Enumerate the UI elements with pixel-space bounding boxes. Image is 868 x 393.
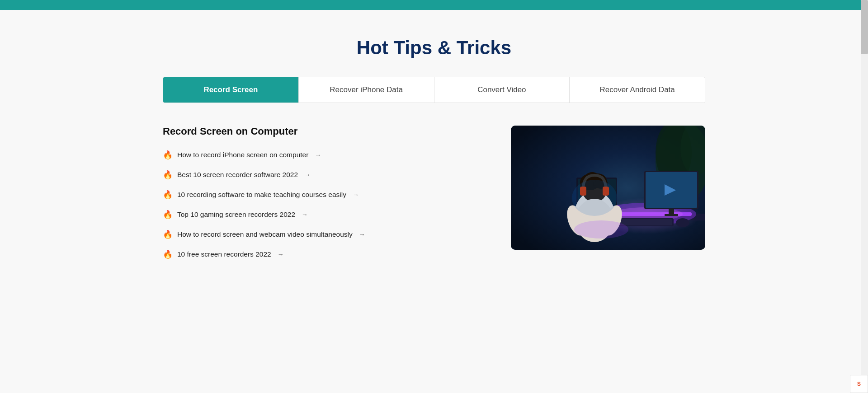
arrow-icon: →: [315, 151, 321, 159]
flame-icon: 🔥: [163, 249, 173, 259]
svg-rect-13: [669, 209, 674, 215]
content-subtitle: Record Screen on Computer: [163, 126, 484, 137]
scrollbar-thumb[interactable]: [861, 0, 868, 54]
content-left: Record Screen on Computer 🔥 How to recor…: [163, 126, 484, 259]
list-item[interactable]: 🔥 How to record iPhone screen on compute…: [163, 150, 484, 160]
link-list: 🔥 How to record iPhone screen on compute…: [163, 150, 484, 259]
section-title: Hot Tips & Tricks: [163, 37, 705, 59]
list-item[interactable]: 🔥 10 free screen recorders 2022 →: [163, 249, 484, 259]
arrow-icon: →: [302, 211, 308, 218]
list-item[interactable]: 🔥 Top 10 gaming screen recorders 2022 →: [163, 210, 484, 220]
link-text: Top 10 gaming screen recorders 2022: [177, 211, 295, 219]
arrow-icon: →: [353, 191, 359, 198]
arrow-icon: →: [359, 231, 365, 238]
svg-point-33: [574, 220, 628, 239]
arrow-icon: →: [278, 251, 284, 258]
link-text: How to record screen and webcam video si…: [177, 230, 353, 239]
flame-icon: 🔥: [163, 229, 173, 239]
link-text: 10 recording software to make teaching c…: [177, 191, 346, 199]
svg-point-32: [572, 180, 617, 216]
tab-recover-android[interactable]: Recover Android Data: [570, 77, 705, 103]
top-bar: [0, 0, 868, 10]
scrollbar[interactable]: [861, 0, 868, 286]
list-item[interactable]: 🔥 Best 10 screen recorder software 2022 …: [163, 170, 484, 180]
svg-rect-14: [665, 214, 678, 216]
flame-icon: 🔥: [163, 150, 173, 160]
list-item[interactable]: 🔥 10 recording software to make teaching…: [163, 190, 484, 200]
content-image: [511, 126, 705, 250]
tab-record-screen[interactable]: Record Screen: [163, 77, 299, 103]
tabs-container: Record Screen Recover iPhone Data Conver…: [163, 77, 705, 103]
flame-icon: 🔥: [163, 210, 173, 220]
content-area: Record Screen on Computer 🔥 How to recor…: [163, 126, 705, 259]
link-text: How to record iPhone screen on computer: [177, 151, 308, 159]
svg-rect-18: [616, 219, 672, 225]
flame-icon: 🔥: [163, 170, 173, 180]
flame-icon: 🔥: [163, 190, 173, 200]
link-text: 10 free screen recorders 2022: [177, 250, 271, 258]
list-item[interactable]: 🔥 How to record screen and webcam video …: [163, 229, 484, 239]
tab-convert-video[interactable]: Convert Video: [434, 77, 570, 103]
arrow-icon: →: [304, 171, 311, 178]
tab-recover-iphone[interactable]: Recover iPhone Data: [299, 77, 434, 103]
gaming-image: [511, 126, 705, 250]
link-text: Best 10 screen recorder software 2022: [177, 171, 298, 179]
svg-point-19: [676, 218, 689, 227]
